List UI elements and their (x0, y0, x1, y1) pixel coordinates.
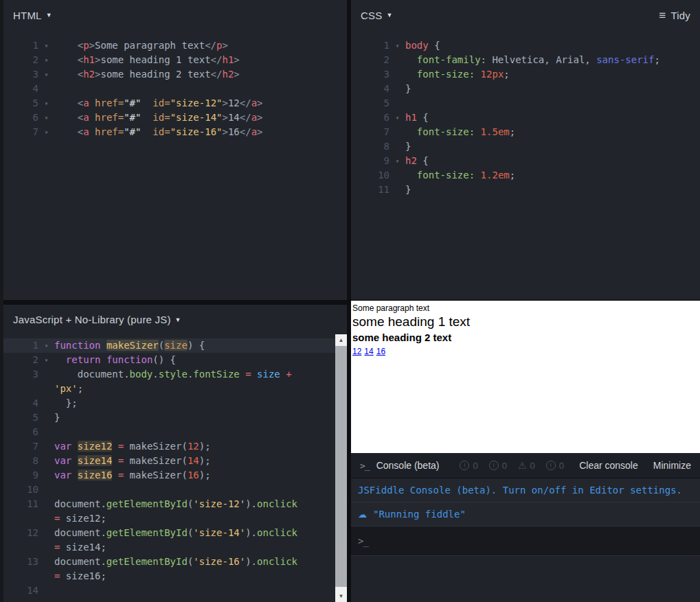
fold-arrow-icon[interactable]: ▾ (389, 154, 405, 168)
fold-arrow-icon[interactable]: ▾ (38, 111, 54, 125)
code-line[interactable]: 9var size16 = makeSizer(16); (3, 468, 347, 483)
line-number: 6 (3, 111, 38, 125)
code-line-wrap[interactable]: = size14; (3, 540, 347, 555)
line-number: 8 (351, 139, 389, 154)
console-header: >_ Console (beta) !0!0⚠0!0 Clear console… (351, 453, 700, 478)
code-line[interactable]: 9▾h2 { (351, 154, 700, 168)
code-line[interactable]: 8var size14 = makeSizer(14); (3, 454, 347, 468)
code-line[interactable]: 5▾ <a href="#" id="size-12">12</a> (3, 96, 347, 111)
code-line[interactable]: 13document.getElementById('size-16').onc… (3, 555, 347, 569)
result-pane: Some paragraph text some heading 1 text … (351, 300, 700, 453)
line-number: 10 (3, 483, 38, 497)
fold-arrow-icon[interactable]: ▾ (38, 125, 54, 139)
css-panel-dropdown[interactable]: CSS ▼ (361, 10, 393, 21)
console-info-row: JSFiddle Console (beta). Turn on/off in … (351, 478, 700, 502)
code-line-wrap[interactable]: = size16; (3, 569, 347, 583)
badge-count: 0 (502, 461, 507, 471)
tidy-button-label: Tidy (670, 10, 690, 21)
code-line[interactable]: 11} (351, 183, 700, 197)
scrollbar-thumb[interactable] (335, 346, 347, 587)
line-number: 7 (3, 439, 38, 454)
result-paragraph: Some paragraph text (352, 303, 697, 313)
code-line[interactable]: 1▾function makeSizer(size) { (3, 338, 347, 353)
code-text: } (54, 410, 60, 425)
code-line-wrap[interactable]: 'px'; (3, 382, 347, 396)
js-scrollbar[interactable]: ▲ ▼ (335, 334, 347, 602)
code-text: <h1>some heading 1 text</h1> (54, 53, 240, 67)
clear-console-button[interactable]: Clear console (579, 460, 638, 471)
code-line[interactable]: 1▾body { (351, 38, 700, 53)
fold-arrow-icon[interactable]: ▾ (38, 67, 54, 82)
html-code-editor[interactable]: 1▾ <p>Some paragraph text</p>2▾ <h1>some… (3, 30, 347, 139)
fold-arrow-icon[interactable]: ▾ (389, 111, 405, 125)
line-number: 2 (351, 53, 389, 67)
code-line[interactable]: 6▾ <a href="#" id="size-14">14</a> (3, 111, 347, 125)
code-line[interactable]: 8} (351, 139, 700, 154)
code-line[interactable]: 6▾h1 { (351, 111, 700, 125)
code-line[interactable]: 5} (3, 410, 347, 425)
console-empty-area (351, 556, 700, 602)
fold-arrow-icon[interactable]: ▾ (38, 53, 54, 67)
code-line[interactable]: 4 (3, 82, 347, 96)
code-line[interactable]: 10 font-size: 1.2em; (351, 168, 700, 183)
line-number: 1 (3, 338, 38, 353)
scroll-up-arrow-icon[interactable]: ▲ (335, 334, 347, 346)
code-line[interactable]: 2▾ <h1>some heading 1 text</h1> (3, 53, 347, 67)
code-line[interactable]: 6 (3, 425, 347, 439)
html-panel-dropdown[interactable]: HTML ▼ (13, 10, 52, 21)
code-line[interactable]: 1▾ <p>Some paragraph text</p> (3, 38, 347, 53)
code-line[interactable]: 7▾ <a href="#" id="size-16">16</a> (3, 125, 347, 139)
code-line[interactable]: 11document.getElementById('size-12').onc… (3, 497, 347, 511)
fold-arrow-icon[interactable]: ▾ (38, 353, 54, 367)
line-number: 12 (3, 526, 38, 540)
js-code-editor[interactable]: 1▾function makeSizer(size) {2▾ return fu… (3, 334, 347, 598)
code-text: }; (54, 396, 78, 410)
css-code-editor[interactable]: 1▾body {2 font-family: Helvetica, Arial,… (351, 30, 700, 197)
result-heading-2: some heading 2 text (352, 332, 697, 343)
result-link-size-16[interactable]: 16 (376, 347, 385, 356)
badge-count: 0 (530, 461, 535, 471)
code-line[interactable]: 2 font-family: Helvetica, Arial, sans-se… (351, 53, 700, 67)
code-line[interactable]: 14 (3, 583, 347, 598)
code-line[interactable]: 7 font-size: 1.5em; (351, 125, 700, 139)
tidy-button[interactable]: ≡ Tidy (659, 10, 690, 21)
code-line-wrap[interactable]: = size12; (3, 511, 347, 526)
fold-arrow-icon[interactable]: ▾ (389, 38, 405, 53)
result-links: 121416 (352, 347, 697, 356)
code-line[interactable]: 10 (3, 483, 347, 497)
code-line[interactable]: 5 (351, 96, 700, 111)
code-line[interactable]: 3 font-size: 12px; (351, 67, 700, 82)
code-line[interactable]: 4 }; (3, 396, 347, 410)
js-panel-dropdown[interactable]: JavaScript + No-Library (pure JS) ▼ (13, 314, 181, 325)
result-link-size-12[interactable]: 12 (352, 347, 361, 356)
fold-arrow-icon[interactable]: ▾ (38, 38, 54, 53)
console-badge[interactable]: !0 (489, 461, 507, 471)
line-number: 3 (351, 67, 389, 82)
minimize-console-button[interactable]: Minimize (653, 460, 691, 471)
line-number: 14 (3, 583, 38, 598)
debug-circle-icon: ! (546, 461, 556, 470)
line-number: 11 (3, 497, 38, 511)
hamburger-icon: ≡ (659, 10, 666, 21)
code-line[interactable]: 3 document.body.style.fontSize = size + (3, 367, 347, 382)
code-line[interactable]: 12document.getElementById('size-14').onc… (3, 526, 347, 540)
code-text: } (405, 183, 411, 197)
code-line[interactable]: 2▾ return function() { (3, 353, 347, 367)
horizontal-panel-divider[interactable] (3, 300, 347, 305)
scroll-down-arrow-icon[interactable]: ▼ (335, 590, 347, 602)
code-text: function makeSizer(size) { (54, 338, 205, 353)
code-text: h1 { (405, 111, 429, 125)
code-text: h2 { (405, 154, 429, 168)
console-badge[interactable]: !0 (460, 461, 477, 471)
console-badge[interactable]: ⚠0 (518, 461, 535, 471)
fold-arrow-icon[interactable]: ▾ (38, 96, 54, 111)
code-line[interactable]: 4} (351, 82, 700, 96)
line-number: 5 (351, 96, 389, 111)
console-badge[interactable]: !0 (546, 461, 564, 471)
code-line[interactable]: 7var size12 = makeSizer(12); (3, 439, 347, 454)
console-input[interactable]: >_ (351, 526, 700, 556)
code-text: = size16; (54, 569, 106, 583)
result-link-size-14[interactable]: 14 (364, 347, 373, 356)
fold-arrow-icon[interactable]: ▾ (38, 338, 54, 353)
code-line[interactable]: 3▾ <h2>some heading 2 text</h2> (3, 67, 347, 82)
